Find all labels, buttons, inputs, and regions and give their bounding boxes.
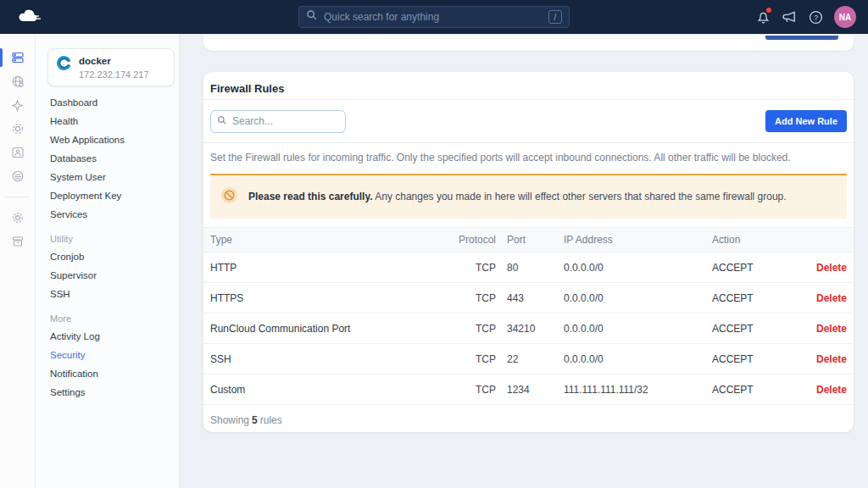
firewall-description: Set the Firewall rules for incoming traf… [203, 143, 854, 172]
rail-box-user-icon[interactable] [0, 141, 36, 164]
sidebar-item-security[interactable]: Security [36, 346, 180, 364]
delete-rule-link[interactable]: Delete [816, 323, 847, 335]
table-row: SSH TCP 22 0.0.0.0/0 ACCEPT Delete [203, 344, 854, 374]
rule-ip: 0.0.0.0/0 [564, 262, 712, 274]
rule-count: 5 [252, 414, 258, 426]
sidebar-item-health[interactable]: Health [36, 112, 180, 130]
rule-protocol: TCP [445, 292, 496, 304]
svg-text:?: ? [814, 13, 818, 21]
rail-web-globe-icon[interactable] [0, 69, 36, 93]
sidebar-item-cronjob[interactable]: Cronjob [36, 247, 180, 266]
announcements-megaphone-icon[interactable] [782, 9, 797, 25]
rule-protocol: TCP [445, 384, 496, 396]
footer-prefix: Showing [210, 414, 249, 426]
runcloud-logo-icon[interactable] [15, 8, 42, 25]
rule-port: 1234 [496, 384, 564, 396]
warning-banner: Please read this carefully. Any changes … [210, 174, 847, 219]
rail-sparkle-icon[interactable] [0, 93, 36, 117]
page-title: Firewall Rules [210, 82, 284, 95]
rule-protocol: TCP [445, 262, 496, 274]
rail-settings-gear-icon[interactable] [0, 206, 36, 230]
table-row: RunCloud Communication Port TCP 34210 0.… [203, 313, 854, 344]
help-icon[interactable]: ? [808, 9, 823, 25]
footer-suffix: rules [260, 414, 282, 426]
quick-search-input[interactable]: Quick search for anything / [298, 6, 570, 28]
sidebar-item-settings[interactable]: Settings [36, 383, 180, 402]
sidebar-item-activity-log[interactable]: Activity Log [36, 327, 180, 346]
rule-action: ACCEPT [712, 323, 793, 335]
previous-card-partial [203, 36, 854, 51]
search-icon [217, 114, 227, 129]
rule-protocol: TCP [445, 323, 496, 335]
user-avatar[interactable]: NA [834, 6, 856, 28]
rail-divider [5, 197, 31, 197]
rule-type: Custom [210, 384, 445, 396]
sidebar-item-supervisor[interactable]: Supervisor [36, 266, 180, 285]
notifications-bell-icon[interactable] [755, 9, 771, 25]
rule-type: RunCloud Communication Port [210, 323, 445, 335]
rule-port: 80 [496, 262, 564, 274]
warning-text-body: Any changes you made in here will effect… [375, 191, 786, 202]
rule-port: 22 [496, 353, 564, 365]
delete-rule-link[interactable]: Delete [816, 262, 847, 274]
rule-action: ACCEPT [712, 262, 793, 274]
server-name: docker [79, 56, 149, 67]
quick-search-placeholder: Quick search for anything [324, 11, 439, 23]
delete-rule-link[interactable]: Delete [816, 353, 847, 365]
server-logo-icon [57, 56, 71, 79]
warning-text: Please read this carefully. Any changes … [248, 191, 787, 203]
sidebar-item-databases[interactable]: Databases [36, 149, 180, 168]
delete-rule-link[interactable]: Delete [816, 292, 847, 304]
warning-text-bold: Please read this carefully. [248, 191, 373, 202]
icon-rail [0, 34, 36, 488]
add-new-rule-button[interactable]: Add New Rule [765, 110, 847, 132]
prohibited-icon [220, 186, 238, 208]
rail-gear-flower-icon[interactable] [0, 117, 36, 141]
top-navbar: Quick search for anything / ? NA [0, 0, 868, 34]
col-header-protocol: Protocol [445, 234, 496, 246]
rule-type: HTTPS [210, 292, 445, 304]
table-row: HTTPS TCP 443 0.0.0.0/0 ACCEPT Delete [203, 283, 854, 313]
sidebar-section-utility: Utility [36, 224, 180, 247]
rail-servers-icon[interactable] [0, 46, 36, 69]
col-header-port: Port [496, 234, 564, 246]
partial-button [765, 36, 838, 40]
table-row: HTTP TCP 80 0.0.0.0/0 ACCEPT Delete [203, 252, 854, 283]
rule-port: 443 [496, 292, 564, 304]
table-row: Custom TCP 1234 111.111.111.111/32 ACCEP… [203, 374, 854, 405]
sidebar-item-services[interactable]: Services [36, 205, 180, 224]
rail-archive-icon[interactable] [0, 230, 36, 253]
firewall-rules-card: Firewall Rules Search... Add New Rule Se… [203, 72, 854, 432]
rule-ip: 0.0.0.0/0 [564, 323, 712, 335]
rule-ip: 0.0.0.0/0 [564, 292, 712, 304]
sidebar-item-system-user[interactable]: System User [36, 168, 180, 186]
col-header-action: Action [712, 234, 793, 246]
server-ip: 172.232.174.217 [79, 69, 149, 80]
delete-rule-link[interactable]: Delete [816, 384, 847, 396]
rail-dns-globe-icon[interactable] [0, 164, 36, 188]
notification-dot [766, 8, 771, 13]
rule-type: SSH [210, 353, 445, 365]
sidebar-section-more: More [36, 303, 180, 327]
server-selector-card[interactable]: docker 172.232.174.217 [47, 48, 175, 86]
sidebar-item-deployment-key[interactable]: Deployment Key [36, 186, 180, 205]
rule-type: HTTP [210, 262, 445, 274]
table-footer: Showing 5 rules [203, 405, 854, 435]
rule-action: ACCEPT [712, 292, 793, 304]
rule-ip: 0.0.0.0/0 [564, 353, 712, 365]
firewall-search-input[interactable]: Search... [210, 110, 346, 133]
rule-action: ACCEPT [712, 353, 793, 365]
table-header-row: Type Protocol Port IP Address Action [203, 227, 854, 252]
sidebar-item-notification[interactable]: Notification [36, 364, 180, 383]
sidebar-item-ssh[interactable]: SSH [36, 285, 180, 303]
rule-action: ACCEPT [712, 384, 793, 396]
search-icon [306, 9, 318, 25]
sidebar-item-web-applications[interactable]: Web Applications [36, 130, 180, 149]
sidebar-item-dashboard[interactable]: Dashboard [36, 93, 180, 112]
firewall-search-placeholder: Search... [232, 115, 273, 127]
search-shortcut-badge: / [548, 10, 562, 24]
col-header-type: Type [210, 234, 445, 246]
main-content: Firewall Rules Search... Add New Rule Se… [180, 34, 868, 488]
rule-protocol: TCP [445, 353, 496, 365]
col-header-ip: IP Address [564, 234, 712, 246]
